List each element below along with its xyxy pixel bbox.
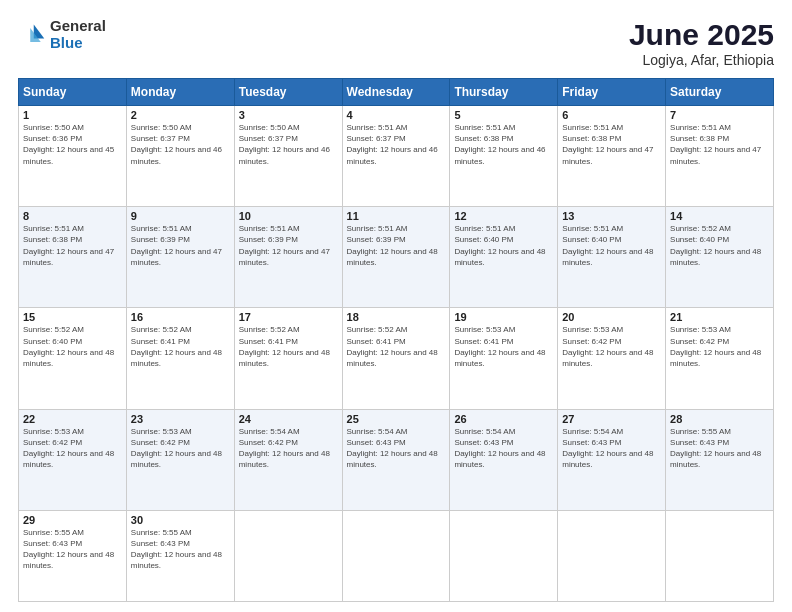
calendar-cell: 9 Sunrise: 5:51 AM Sunset: 6:39 PM Dayli… bbox=[126, 207, 234, 308]
calendar-cell: 22 Sunrise: 5:53 AM Sunset: 6:42 PM Dayl… bbox=[19, 409, 127, 510]
day-detail: Sunrise: 5:51 AM Sunset: 6:38 PM Dayligh… bbox=[23, 223, 122, 268]
day-header-tuesday: Tuesday bbox=[234, 79, 342, 106]
day-number: 19 bbox=[454, 311, 553, 323]
day-detail: Sunrise: 5:52 AM Sunset: 6:41 PM Dayligh… bbox=[347, 324, 446, 369]
subtitle: Logiya, Afar, Ethiopia bbox=[629, 52, 774, 68]
calendar-cell: 14 Sunrise: 5:52 AM Sunset: 6:40 PM Dayl… bbox=[666, 207, 774, 308]
calendar-cell: 10 Sunrise: 5:51 AM Sunset: 6:39 PM Dayl… bbox=[234, 207, 342, 308]
day-number: 8 bbox=[23, 210, 122, 222]
calendar-cell bbox=[666, 510, 774, 601]
day-detail: Sunrise: 5:51 AM Sunset: 6:40 PM Dayligh… bbox=[454, 223, 553, 268]
day-number: 5 bbox=[454, 109, 553, 121]
logo-line2: Blue bbox=[50, 35, 106, 52]
logo: General Blue bbox=[18, 18, 106, 51]
logo-text: General Blue bbox=[50, 18, 106, 51]
day-number: 7 bbox=[670, 109, 769, 121]
day-number: 14 bbox=[670, 210, 769, 222]
day-detail: Sunrise: 5:51 AM Sunset: 6:40 PM Dayligh… bbox=[562, 223, 661, 268]
calendar-week-row: 15 Sunrise: 5:52 AM Sunset: 6:40 PM Dayl… bbox=[19, 308, 774, 409]
day-header-friday: Friday bbox=[558, 79, 666, 106]
day-number: 26 bbox=[454, 413, 553, 425]
calendar-cell: 15 Sunrise: 5:52 AM Sunset: 6:40 PM Dayl… bbox=[19, 308, 127, 409]
calendar-cell: 17 Sunrise: 5:52 AM Sunset: 6:41 PM Dayl… bbox=[234, 308, 342, 409]
day-number: 22 bbox=[23, 413, 122, 425]
day-number: 24 bbox=[239, 413, 338, 425]
day-detail: Sunrise: 5:54 AM Sunset: 6:43 PM Dayligh… bbox=[454, 426, 553, 471]
day-number: 29 bbox=[23, 514, 122, 526]
day-header-monday: Monday bbox=[126, 79, 234, 106]
day-detail: Sunrise: 5:50 AM Sunset: 6:37 PM Dayligh… bbox=[239, 122, 338, 167]
day-detail: Sunrise: 5:51 AM Sunset: 6:39 PM Dayligh… bbox=[239, 223, 338, 268]
calendar-cell: 16 Sunrise: 5:52 AM Sunset: 6:41 PM Dayl… bbox=[126, 308, 234, 409]
calendar-cell: 18 Sunrise: 5:52 AM Sunset: 6:41 PM Dayl… bbox=[342, 308, 450, 409]
calendar-cell: 12 Sunrise: 5:51 AM Sunset: 6:40 PM Dayl… bbox=[450, 207, 558, 308]
day-header-thursday: Thursday bbox=[450, 79, 558, 106]
logo-line1: General bbox=[50, 18, 106, 35]
day-detail: Sunrise: 5:54 AM Sunset: 6:43 PM Dayligh… bbox=[562, 426, 661, 471]
day-number: 3 bbox=[239, 109, 338, 121]
day-detail: Sunrise: 5:54 AM Sunset: 6:43 PM Dayligh… bbox=[347, 426, 446, 471]
calendar-cell: 24 Sunrise: 5:54 AM Sunset: 6:42 PM Dayl… bbox=[234, 409, 342, 510]
day-number: 21 bbox=[670, 311, 769, 323]
day-number: 13 bbox=[562, 210, 661, 222]
day-number: 6 bbox=[562, 109, 661, 121]
calendar-cell: 2 Sunrise: 5:50 AM Sunset: 6:37 PM Dayli… bbox=[126, 106, 234, 207]
day-detail: Sunrise: 5:52 AM Sunset: 6:41 PM Dayligh… bbox=[239, 324, 338, 369]
day-number: 10 bbox=[239, 210, 338, 222]
day-number: 17 bbox=[239, 311, 338, 323]
calendar-cell: 13 Sunrise: 5:51 AM Sunset: 6:40 PM Dayl… bbox=[558, 207, 666, 308]
day-number: 11 bbox=[347, 210, 446, 222]
day-detail: Sunrise: 5:53 AM Sunset: 6:42 PM Dayligh… bbox=[23, 426, 122, 471]
calendar-cell: 28 Sunrise: 5:55 AM Sunset: 6:43 PM Dayl… bbox=[666, 409, 774, 510]
page: General Blue June 2025 Logiya, Afar, Eth… bbox=[0, 0, 792, 612]
day-number: 25 bbox=[347, 413, 446, 425]
calendar-cell: 26 Sunrise: 5:54 AM Sunset: 6:43 PM Dayl… bbox=[450, 409, 558, 510]
day-detail: Sunrise: 5:50 AM Sunset: 6:37 PM Dayligh… bbox=[131, 122, 230, 167]
calendar-cell: 30 Sunrise: 5:55 AM Sunset: 6:43 PM Dayl… bbox=[126, 510, 234, 601]
calendar-cell: 23 Sunrise: 5:53 AM Sunset: 6:42 PM Dayl… bbox=[126, 409, 234, 510]
calendar-cell: 29 Sunrise: 5:55 AM Sunset: 6:43 PM Dayl… bbox=[19, 510, 127, 601]
title-block: June 2025 Logiya, Afar, Ethiopia bbox=[629, 18, 774, 68]
day-number: 18 bbox=[347, 311, 446, 323]
day-header-wednesday: Wednesday bbox=[342, 79, 450, 106]
calendar-cell: 21 Sunrise: 5:53 AM Sunset: 6:42 PM Dayl… bbox=[666, 308, 774, 409]
day-detail: Sunrise: 5:54 AM Sunset: 6:42 PM Dayligh… bbox=[239, 426, 338, 471]
day-number: 23 bbox=[131, 413, 230, 425]
day-number: 12 bbox=[454, 210, 553, 222]
calendar-cell bbox=[342, 510, 450, 601]
day-detail: Sunrise: 5:52 AM Sunset: 6:40 PM Dayligh… bbox=[23, 324, 122, 369]
logo-icon bbox=[18, 21, 46, 49]
day-number: 16 bbox=[131, 311, 230, 323]
calendar-week-row: 29 Sunrise: 5:55 AM Sunset: 6:43 PM Dayl… bbox=[19, 510, 774, 601]
header: General Blue June 2025 Logiya, Afar, Eth… bbox=[18, 18, 774, 68]
calendar-cell bbox=[558, 510, 666, 601]
day-detail: Sunrise: 5:52 AM Sunset: 6:41 PM Dayligh… bbox=[131, 324, 230, 369]
day-detail: Sunrise: 5:53 AM Sunset: 6:41 PM Dayligh… bbox=[454, 324, 553, 369]
day-number: 9 bbox=[131, 210, 230, 222]
day-detail: Sunrise: 5:51 AM Sunset: 6:38 PM Dayligh… bbox=[562, 122, 661, 167]
day-header-saturday: Saturday bbox=[666, 79, 774, 106]
day-detail: Sunrise: 5:50 AM Sunset: 6:36 PM Dayligh… bbox=[23, 122, 122, 167]
calendar-cell: 3 Sunrise: 5:50 AM Sunset: 6:37 PM Dayli… bbox=[234, 106, 342, 207]
day-detail: Sunrise: 5:53 AM Sunset: 6:42 PM Dayligh… bbox=[131, 426, 230, 471]
calendar-cell bbox=[450, 510, 558, 601]
day-detail: Sunrise: 5:51 AM Sunset: 6:39 PM Dayligh… bbox=[131, 223, 230, 268]
calendar-cell: 1 Sunrise: 5:50 AM Sunset: 6:36 PM Dayli… bbox=[19, 106, 127, 207]
day-number: 4 bbox=[347, 109, 446, 121]
day-detail: Sunrise: 5:55 AM Sunset: 6:43 PM Dayligh… bbox=[23, 527, 122, 572]
calendar-cell: 5 Sunrise: 5:51 AM Sunset: 6:38 PM Dayli… bbox=[450, 106, 558, 207]
day-detail: Sunrise: 5:53 AM Sunset: 6:42 PM Dayligh… bbox=[562, 324, 661, 369]
calendar-header-row: SundayMondayTuesdayWednesdayThursdayFrid… bbox=[19, 79, 774, 106]
calendar-week-row: 8 Sunrise: 5:51 AM Sunset: 6:38 PM Dayli… bbox=[19, 207, 774, 308]
calendar-cell: 6 Sunrise: 5:51 AM Sunset: 6:38 PM Dayli… bbox=[558, 106, 666, 207]
calendar-cell: 11 Sunrise: 5:51 AM Sunset: 6:39 PM Dayl… bbox=[342, 207, 450, 308]
day-number: 30 bbox=[131, 514, 230, 526]
day-detail: Sunrise: 5:52 AM Sunset: 6:40 PM Dayligh… bbox=[670, 223, 769, 268]
calendar-cell bbox=[234, 510, 342, 601]
calendar-table: SundayMondayTuesdayWednesdayThursdayFrid… bbox=[18, 78, 774, 602]
calendar-cell: 19 Sunrise: 5:53 AM Sunset: 6:41 PM Dayl… bbox=[450, 308, 558, 409]
day-detail: Sunrise: 5:51 AM Sunset: 6:37 PM Dayligh… bbox=[347, 122, 446, 167]
day-detail: Sunrise: 5:55 AM Sunset: 6:43 PM Dayligh… bbox=[131, 527, 230, 572]
main-title: June 2025 bbox=[629, 18, 774, 52]
day-detail: Sunrise: 5:55 AM Sunset: 6:43 PM Dayligh… bbox=[670, 426, 769, 471]
